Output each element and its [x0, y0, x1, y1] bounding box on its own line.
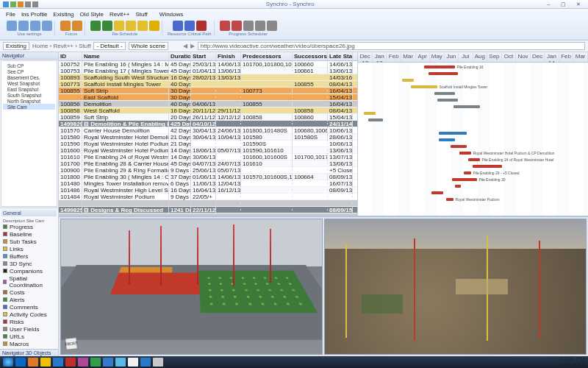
grid-rows[interactable]: 100752Pile Enabling 16 ( Mingles 14 : Mi…	[59, 61, 357, 216]
qat-icon[interactable]	[32, 1, 38, 7]
tree-item[interactable]: See CP	[3, 68, 55, 74]
column-header[interactable]: Duration	[169, 52, 191, 60]
ribbon-button[interactable]	[126, 21, 136, 31]
tree-item[interactable]: West Snapshot	[3, 80, 55, 86]
gantt-bar[interactable]	[446, 198, 453, 201]
property-row[interactable]: 3D Sync	[1, 260, 57, 267]
nav-back-icon[interactable]: ◀	[183, 43, 187, 49]
property-row[interactable]: Comments	[1, 303, 57, 311]
ribbon-button[interactable]	[7, 21, 17, 31]
ribbon-tab[interactable]: Ins Profile	[21, 11, 48, 18]
column-header[interactable]: Successors	[293, 52, 328, 60]
3d-viewport[interactable]: FRONT	[60, 219, 323, 355]
close-button[interactable]: ✕	[572, 1, 585, 8]
tree-item[interactable]: South Snapshot	[3, 92, 55, 98]
ribbon-tab[interactable]: Existing	[53, 11, 74, 18]
taskbar-app-icon[interactable]	[115, 358, 126, 367]
taskbar-app-icon[interactable]	[103, 358, 113, 367]
column-header[interactable]: Late Start	[328, 52, 353, 60]
tree-item[interactable]: East Snapshot	[3, 86, 55, 92]
ribbon-tab[interactable]: Old Style	[79, 11, 103, 18]
ribbon-button[interactable]	[149, 21, 159, 31]
gantt-bar[interactable]	[468, 158, 480, 161]
ribbon-button[interactable]	[102, 21, 112, 31]
ribbon-button[interactable]	[255, 21, 265, 31]
gantt-bar[interactable]	[451, 145, 467, 148]
gantt-bar[interactable]	[434, 92, 455, 95]
gantt-bar[interactable]	[368, 118, 383, 121]
taskbar-app-icon[interactable]	[28, 358, 38, 367]
start-button[interactable]	[3, 358, 13, 367]
ribbon-tab[interactable]: Revit++	[110, 11, 130, 18]
ribbon-button[interactable]	[243, 21, 254, 31]
ribbon-button[interactable]	[30, 21, 40, 31]
gantt-bar[interactable]	[464, 171, 471, 174]
property-row[interactable]: Sub Tasks	[1, 238, 57, 245]
gantt-bar[interactable]	[411, 85, 437, 88]
tree-item[interactable]: Site Cam	[3, 104, 55, 110]
tree-item[interactable]: Sub CP	[3, 63, 55, 68]
ribbon-button[interactable]	[114, 21, 124, 31]
property-row[interactable]: URLs	[1, 333, 57, 340]
task-grid[interactable]: IDNameDurationStartFinishPredecessorsSuc…	[59, 52, 358, 216]
tree-item[interactable]: North Snapshot	[3, 98, 55, 104]
ribbon-button[interactable]	[232, 21, 242, 31]
column-header[interactable]: Name	[82, 52, 169, 60]
ribbon-tab[interactable]: Windows	[159, 11, 183, 18]
navigator-tree[interactable]: Sub CPSee CPBasement Des.West SnapshotEa…	[1, 60, 57, 207]
gantt-bar[interactable]	[439, 138, 455, 141]
ribbon-button[interactable]	[196, 21, 207, 31]
property-row[interactable]: Links	[1, 245, 57, 252]
column-header[interactable]: ID	[59, 52, 82, 60]
ribbon-button[interactable]	[72, 21, 82, 31]
qat-icon[interactable]	[18, 1, 24, 7]
taskbar-app-icon[interactable]	[40, 358, 51, 367]
ribbon-button[interactable]	[184, 21, 195, 31]
site-camera-view[interactable]	[324, 219, 587, 355]
gantt-bar[interactable]	[453, 105, 480, 108]
gantt-bar[interactable]	[424, 66, 455, 68]
property-row[interactable]: Spatial Coordination	[1, 275, 57, 289]
ribbon-button[interactable]	[137, 21, 148, 31]
gantt-bar[interactable]	[431, 191, 443, 194]
gantt-bar[interactable]	[402, 79, 414, 82]
qat-icon[interactable]	[10, 1, 16, 7]
mode-select[interactable]: Existing	[3, 42, 29, 50]
table-row[interactable]: 101484Royal Westminster Podium9 Days22/0…	[59, 194, 357, 200]
system-clock[interactable]: 12:01 PM 4/29/2013	[559, 356, 585, 368]
taskbar-app-icon[interactable]	[140, 358, 151, 367]
qat-icon[interactable]	[25, 1, 31, 7]
ribbon-button[interactable]	[60, 21, 71, 31]
ribbon-button[interactable]	[90, 21, 101, 31]
ribbon-button[interactable]	[173, 21, 183, 31]
property-row[interactable]: Costs	[1, 289, 57, 296]
gantt-chart[interactable]: Dec 12Jan 13FebMarAprMayJunJulAugSepOctN…	[358, 52, 588, 216]
property-row[interactable]: Progress	[1, 223, 57, 230]
taskbar-app-icon[interactable]	[90, 358, 101, 367]
property-row[interactable]: Buffers	[1, 252, 57, 260]
gantt-bar[interactable]	[429, 72, 458, 75]
property-row[interactable]: Alerts	[1, 296, 57, 303]
scheme-select[interactable]: - Default -	[93, 42, 125, 50]
ribbon-button[interactable]	[267, 21, 277, 31]
minimize-button[interactable]: –	[542, 0, 556, 7]
property-row[interactable]: Macros	[1, 340, 57, 347]
property-row[interactable]: Baseline	[1, 230, 57, 238]
gantt-bar[interactable]	[473, 165, 502, 168]
column-header[interactable]: Predecessors	[241, 52, 293, 60]
ribbon-tab[interactable]: File	[6, 11, 15, 18]
ribbon-button[interactable]	[42, 21, 52, 31]
taskbar-app-icon[interactable]	[128, 358, 138, 367]
taskbar-app-icon[interactable]	[65, 358, 76, 367]
table-row[interactable]: 1499825⊟ Designs & Reg Discussed1241 Day…	[59, 207, 357, 213]
taskbar-app-icon[interactable]	[53, 358, 63, 367]
gantt-bar[interactable]	[459, 152, 471, 155]
property-row[interactable]: Companions	[1, 267, 57, 275]
scope-select[interactable]: Whole scene	[129, 42, 168, 50]
os-taskbar[interactable]: 12:01 PM 4/29/2013	[0, 356, 588, 368]
property-row[interactable]: Activity Codes	[1, 311, 57, 318]
maximize-button[interactable]: ▢	[557, 1, 570, 8]
view-cube[interactable]: FRONT	[65, 337, 78, 350]
column-header[interactable]: Finish	[216, 52, 241, 60]
property-row[interactable]: Risks	[1, 318, 57, 325]
